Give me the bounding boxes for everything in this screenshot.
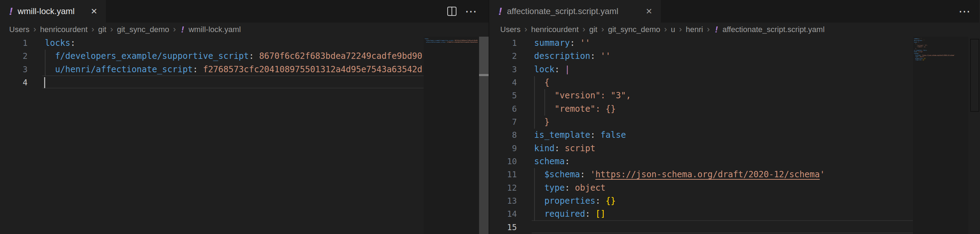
line-number[interactable]: 5	[489, 89, 517, 102]
minimap[interactable]: locks: f/developers_example/supportive_s…	[424, 36, 479, 234]
code-line[interactable]: 2description: ''	[489, 50, 979, 63]
tab-bar: ! affectionate_script.script.yaml ✕ ⋯	[489, 0, 979, 22]
code-line[interactable]: 2 f/developers_example/supportive_script…	[0, 50, 488, 63]
code-area[interactable]: 1locks:2 f/developers_example/supportive…	[0, 36, 488, 234]
breadcrumb[interactable]: Users›henricourdent›git›git_sync_demo›!w…	[0, 22, 488, 36]
line-number[interactable]: 3	[0, 63, 27, 76]
tab-affectionate-script[interactable]: ! affectionate_script.script.yaml ✕	[489, 0, 661, 22]
line-number[interactable]: 2	[489, 50, 517, 63]
minimap[interactable]: summary: ''description: ''lock: | { "ver…	[913, 36, 968, 234]
line-number[interactable]: 15	[489, 221, 517, 234]
code-line-text: {	[534, 76, 549, 89]
line-number[interactable]: 12	[489, 182, 517, 194]
line-number[interactable]: 14	[489, 207, 517, 221]
breadcrumb-item[interactable]: git_sync_demo	[608, 25, 660, 34]
code-line[interactable]: 15	[489, 221, 979, 234]
split-editor-icon[interactable]	[447, 7, 457, 16]
code-line-text: properties: {}	[534, 194, 616, 207]
breadcrumb-separator-icon: ›	[582, 24, 585, 35]
breadcrumb-item[interactable]: henricourdent	[531, 25, 579, 34]
more-actions-icon[interactable]: ⋯	[465, 8, 477, 14]
tab-label: affectionate_script.script.yaml	[507, 6, 619, 16]
breadcrumb-separator-icon: ›	[110, 24, 113, 35]
line-number[interactable]: 7	[489, 115, 517, 129]
breadcrumb-file[interactable]: wmill-lock.yaml	[189, 25, 241, 34]
breadcrumb-separator-icon: ›	[91, 24, 94, 35]
vertical-scrollbar[interactable]	[479, 36, 488, 234]
line-number[interactable]: 4	[0, 76, 27, 89]
editor-actions: ⋯	[447, 0, 488, 22]
code-line-text: description: ''	[534, 50, 611, 63]
breadcrumb-separator-icon: ›	[601, 24, 604, 35]
code-line-text: summary: ''	[534, 36, 590, 50]
breadcrumb-item[interactable]: git_sync_demo	[117, 25, 169, 34]
split-editor-icon-bar	[452, 7, 452, 15]
yaml-file-icon: !	[181, 25, 184, 35]
breadcrumb-separator-icon: ›	[173, 24, 176, 35]
breadcrumb-item[interactable]: henricourdent	[40, 25, 88, 34]
code-line-text: $schema: 'https://json-schema.org/draft/…	[534, 168, 825, 181]
line-number[interactable]: 11	[489, 168, 517, 181]
code-line[interactable]: 7 }	[489, 115, 979, 129]
minimap-content: summary: ''description: ''lock: | { "ver…	[914, 38, 966, 62]
code-line-text: schema:	[534, 155, 570, 168]
close-icon[interactable]: ✕	[646, 7, 652, 16]
line-number[interactable]: 9	[489, 142, 517, 155]
code-line[interactable]: 14 required: []	[489, 207, 979, 221]
code-line[interactable]: 4 {	[489, 76, 979, 89]
code-line[interactable]: 1summary: ''	[489, 36, 979, 50]
tab-bar: ! wmill-lock.yaml ✕ ⋯	[0, 0, 488, 22]
more-actions-icon[interactable]: ⋯	[958, 8, 971, 14]
code-line[interactable]: 8is_template: false	[489, 129, 979, 142]
line-number[interactable]: 1	[489, 36, 517, 50]
line-number[interactable]: 10	[489, 155, 517, 168]
scrollbar-thumb[interactable]	[479, 36, 488, 74]
line-number[interactable]: 3	[489, 63, 517, 76]
line-number[interactable]: 4	[489, 76, 517, 89]
scrollbar-thumb-outline[interactable]	[970, 39, 979, 112]
breadcrumb-separator-icon: ›	[679, 24, 682, 35]
line-number[interactable]: 1	[0, 36, 27, 50]
code-line[interactable]: 3 u/henri/affectionate_script: f2768573c…	[0, 63, 488, 76]
code-line-text: f/developers_example/supportive_script: …	[45, 50, 422, 63]
breadcrumb-item[interactable]: henri	[686, 25, 703, 34]
code-line[interactable]: 10schema:	[489, 155, 979, 168]
code-line-text: required: []	[534, 207, 605, 221]
line-number[interactable]: 13	[489, 194, 517, 207]
code-line[interactable]: 13 properties: {}	[489, 194, 979, 207]
breadcrumb-item[interactable]: Users	[500, 25, 520, 34]
breadcrumb-separator-icon: ›	[524, 24, 527, 35]
code-line[interactable]: 4	[0, 76, 488, 89]
breadcrumb-item[interactable]: git	[589, 25, 597, 34]
line-number[interactable]: 8	[489, 129, 517, 142]
breadcrumb-item[interactable]: u	[671, 25, 675, 34]
yaml-file-icon: !	[498, 6, 502, 17]
editor[interactable]: 1locks:2 f/developers_example/supportive…	[0, 36, 488, 234]
scrollbar-track[interactable]	[479, 76, 488, 234]
code-line[interactable]: 11 $schema: 'https://json-schema.org/dra…	[489, 168, 979, 181]
tab-wmill-lock[interactable]: ! wmill-lock.yaml ✕	[0, 0, 106, 22]
code-line-text: }	[534, 115, 549, 129]
code-line[interactable]: 5 "version": "3",	[489, 89, 979, 102]
code-line-text: u/henri/affectionate_script: f2768573cfc…	[45, 63, 422, 76]
code-line[interactable]: 6 "remote": {}	[489, 103, 979, 115]
line-number[interactable]: 6	[489, 103, 517, 115]
code-line[interactable]: 1locks:	[0, 36, 488, 50]
breadcrumb[interactable]: Users›henricourdent›git›git_sync_demo›u›…	[489, 22, 979, 36]
breadcrumb-item[interactable]: git	[98, 25, 106, 34]
code-line-text: "version": "3",	[534, 89, 631, 102]
close-icon[interactable]: ✕	[91, 7, 97, 16]
code-line[interactable]: 3lock: |	[489, 63, 979, 76]
code-line-text: "remote": {}	[534, 103, 616, 115]
breadcrumb-item[interactable]: Users	[9, 25, 29, 34]
minimap-content: locks: f/developers_example/supportive_s…	[425, 38, 477, 44]
code-line[interactable]: 9kind: script	[489, 142, 979, 155]
cursor	[44, 77, 45, 88]
editor-group-right: ! affectionate_script.script.yaml ✕ ⋯ Us…	[488, 0, 979, 234]
code-line[interactable]: 12 type: object	[489, 182, 979, 194]
code-line-text: type: object	[534, 182, 605, 194]
code-area[interactable]: 1summary: ''2description: ''3lock: |4 {5…	[489, 36, 979, 234]
editor[interactable]: 1summary: ''2description: ''3lock: |4 {5…	[489, 36, 979, 234]
breadcrumb-file[interactable]: affectionate_script.script.yaml	[722, 25, 824, 34]
line-number[interactable]: 2	[0, 50, 27, 63]
